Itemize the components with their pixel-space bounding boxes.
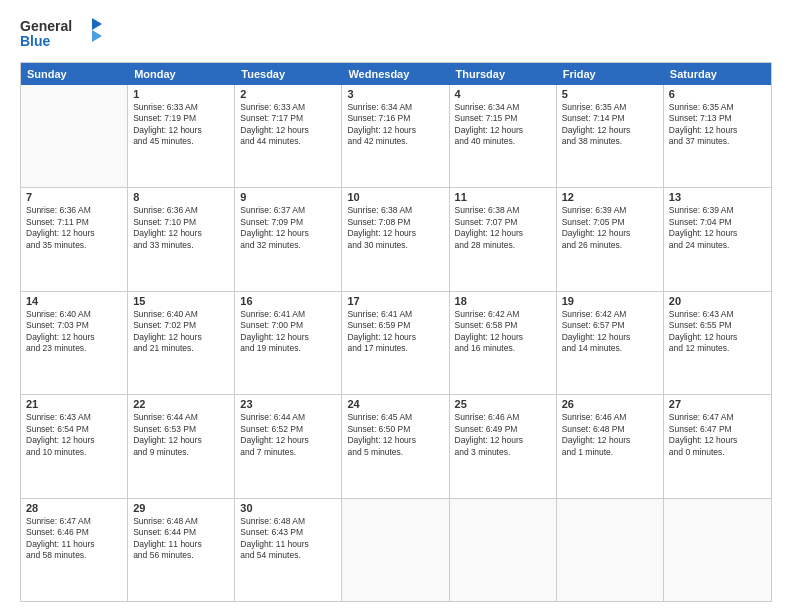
- calendar-day-13: 13Sunrise: 6:39 AM Sunset: 7:04 PM Dayli…: [664, 188, 771, 290]
- day-number: 26: [562, 398, 658, 410]
- day-info: Sunrise: 6:48 AM Sunset: 6:43 PM Dayligh…: [240, 516, 336, 562]
- calendar-day-22: 22Sunrise: 6:44 AM Sunset: 6:53 PM Dayli…: [128, 395, 235, 497]
- day-number: 8: [133, 191, 229, 203]
- calendar-row-2: 14Sunrise: 6:40 AM Sunset: 7:03 PM Dayli…: [21, 292, 771, 395]
- day-info: Sunrise: 6:43 AM Sunset: 6:55 PM Dayligh…: [669, 309, 766, 355]
- svg-marker-2: [92, 18, 102, 30]
- calendar-day-8: 8Sunrise: 6:36 AM Sunset: 7:10 PM Daylig…: [128, 188, 235, 290]
- day-info: Sunrise: 6:33 AM Sunset: 7:17 PM Dayligh…: [240, 102, 336, 148]
- svg-text:Blue: Blue: [20, 33, 51, 49]
- calendar-day-10: 10Sunrise: 6:38 AM Sunset: 7:08 PM Dayli…: [342, 188, 449, 290]
- calendar-empty-cell: [450, 499, 557, 601]
- calendar-day-23: 23Sunrise: 6:44 AM Sunset: 6:52 PM Dayli…: [235, 395, 342, 497]
- day-info: Sunrise: 6:44 AM Sunset: 6:53 PM Dayligh…: [133, 412, 229, 458]
- calendar-day-30: 30Sunrise: 6:48 AM Sunset: 6:43 PM Dayli…: [235, 499, 342, 601]
- day-info: Sunrise: 6:47 AM Sunset: 6:47 PM Dayligh…: [669, 412, 766, 458]
- calendar-row-3: 21Sunrise: 6:43 AM Sunset: 6:54 PM Dayli…: [21, 395, 771, 498]
- calendar-day-19: 19Sunrise: 6:42 AM Sunset: 6:57 PM Dayli…: [557, 292, 664, 394]
- header: General Blue: [20, 16, 772, 52]
- calendar-day-29: 29Sunrise: 6:48 AM Sunset: 6:44 PM Dayli…: [128, 499, 235, 601]
- calendar-day-28: 28Sunrise: 6:47 AM Sunset: 6:46 PM Dayli…: [21, 499, 128, 601]
- day-number: 13: [669, 191, 766, 203]
- day-info: Sunrise: 6:42 AM Sunset: 6:57 PM Dayligh…: [562, 309, 658, 355]
- day-info: Sunrise: 6:35 AM Sunset: 7:14 PM Dayligh…: [562, 102, 658, 148]
- day-number: 4: [455, 88, 551, 100]
- day-info: Sunrise: 6:48 AM Sunset: 6:44 PM Dayligh…: [133, 516, 229, 562]
- day-info: Sunrise: 6:41 AM Sunset: 6:59 PM Dayligh…: [347, 309, 443, 355]
- calendar-day-18: 18Sunrise: 6:42 AM Sunset: 6:58 PM Dayli…: [450, 292, 557, 394]
- day-number: 21: [26, 398, 122, 410]
- logo-svg: General Blue: [20, 16, 110, 52]
- day-number: 22: [133, 398, 229, 410]
- day-info: Sunrise: 6:41 AM Sunset: 7:00 PM Dayligh…: [240, 309, 336, 355]
- calendar-day-17: 17Sunrise: 6:41 AM Sunset: 6:59 PM Dayli…: [342, 292, 449, 394]
- calendar: SundayMondayTuesdayWednesdayThursdayFrid…: [20, 62, 772, 602]
- day-info: Sunrise: 6:37 AM Sunset: 7:09 PM Dayligh…: [240, 205, 336, 251]
- day-number: 25: [455, 398, 551, 410]
- day-number: 16: [240, 295, 336, 307]
- day-info: Sunrise: 6:34 AM Sunset: 7:15 PM Dayligh…: [455, 102, 551, 148]
- day-number: 6: [669, 88, 766, 100]
- day-info: Sunrise: 6:47 AM Sunset: 6:46 PM Dayligh…: [26, 516, 122, 562]
- weekday-header-saturday: Saturday: [664, 63, 771, 85]
- svg-marker-3: [92, 30, 102, 42]
- day-info: Sunrise: 6:40 AM Sunset: 7:02 PM Dayligh…: [133, 309, 229, 355]
- day-info: Sunrise: 6:42 AM Sunset: 6:58 PM Dayligh…: [455, 309, 551, 355]
- day-number: 24: [347, 398, 443, 410]
- page: General Blue SundayMondayTuesdayWednesda…: [0, 0, 792, 612]
- calendar-day-9: 9Sunrise: 6:37 AM Sunset: 7:09 PM Daylig…: [235, 188, 342, 290]
- day-number: 14: [26, 295, 122, 307]
- weekday-header-sunday: Sunday: [21, 63, 128, 85]
- day-number: 17: [347, 295, 443, 307]
- calendar-row-4: 28Sunrise: 6:47 AM Sunset: 6:46 PM Dayli…: [21, 499, 771, 601]
- day-info: Sunrise: 6:44 AM Sunset: 6:52 PM Dayligh…: [240, 412, 336, 458]
- calendar-day-26: 26Sunrise: 6:46 AM Sunset: 6:48 PM Dayli…: [557, 395, 664, 497]
- day-number: 9: [240, 191, 336, 203]
- day-number: 20: [669, 295, 766, 307]
- weekday-header-monday: Monday: [128, 63, 235, 85]
- day-info: Sunrise: 6:43 AM Sunset: 6:54 PM Dayligh…: [26, 412, 122, 458]
- day-number: 11: [455, 191, 551, 203]
- day-info: Sunrise: 6:39 AM Sunset: 7:04 PM Dayligh…: [669, 205, 766, 251]
- day-number: 29: [133, 502, 229, 514]
- day-info: Sunrise: 6:38 AM Sunset: 7:08 PM Dayligh…: [347, 205, 443, 251]
- calendar-day-5: 5Sunrise: 6:35 AM Sunset: 7:14 PM Daylig…: [557, 85, 664, 187]
- day-info: Sunrise: 6:35 AM Sunset: 7:13 PM Dayligh…: [669, 102, 766, 148]
- day-info: Sunrise: 6:40 AM Sunset: 7:03 PM Dayligh…: [26, 309, 122, 355]
- calendar-day-4: 4Sunrise: 6:34 AM Sunset: 7:15 PM Daylig…: [450, 85, 557, 187]
- calendar-day-27: 27Sunrise: 6:47 AM Sunset: 6:47 PM Dayli…: [664, 395, 771, 497]
- calendar-empty-cell: [342, 499, 449, 601]
- day-info: Sunrise: 6:46 AM Sunset: 6:48 PM Dayligh…: [562, 412, 658, 458]
- calendar-day-20: 20Sunrise: 6:43 AM Sunset: 6:55 PM Dayli…: [664, 292, 771, 394]
- day-number: 23: [240, 398, 336, 410]
- calendar-day-14: 14Sunrise: 6:40 AM Sunset: 7:03 PM Dayli…: [21, 292, 128, 394]
- calendar-day-11: 11Sunrise: 6:38 AM Sunset: 7:07 PM Dayli…: [450, 188, 557, 290]
- calendar-row-0: 1Sunrise: 6:33 AM Sunset: 7:19 PM Daylig…: [21, 85, 771, 188]
- calendar-day-6: 6Sunrise: 6:35 AM Sunset: 7:13 PM Daylig…: [664, 85, 771, 187]
- weekday-header-thursday: Thursday: [450, 63, 557, 85]
- svg-text:General: General: [20, 18, 72, 34]
- weekday-header-tuesday: Tuesday: [235, 63, 342, 85]
- calendar-header: SundayMondayTuesdayWednesdayThursdayFrid…: [21, 63, 771, 85]
- day-number: 5: [562, 88, 658, 100]
- weekday-header-friday: Friday: [557, 63, 664, 85]
- calendar-day-3: 3Sunrise: 6:34 AM Sunset: 7:16 PM Daylig…: [342, 85, 449, 187]
- day-number: 12: [562, 191, 658, 203]
- calendar-day-15: 15Sunrise: 6:40 AM Sunset: 7:02 PM Dayli…: [128, 292, 235, 394]
- calendar-day-7: 7Sunrise: 6:36 AM Sunset: 7:11 PM Daylig…: [21, 188, 128, 290]
- calendar-day-25: 25Sunrise: 6:46 AM Sunset: 6:49 PM Dayli…: [450, 395, 557, 497]
- calendar-row-1: 7Sunrise: 6:36 AM Sunset: 7:11 PM Daylig…: [21, 188, 771, 291]
- day-number: 1: [133, 88, 229, 100]
- calendar-day-2: 2Sunrise: 6:33 AM Sunset: 7:17 PM Daylig…: [235, 85, 342, 187]
- calendar-day-21: 21Sunrise: 6:43 AM Sunset: 6:54 PM Dayli…: [21, 395, 128, 497]
- day-info: Sunrise: 6:46 AM Sunset: 6:49 PM Dayligh…: [455, 412, 551, 458]
- day-info: Sunrise: 6:33 AM Sunset: 7:19 PM Dayligh…: [133, 102, 229, 148]
- day-number: 2: [240, 88, 336, 100]
- day-info: Sunrise: 6:36 AM Sunset: 7:11 PM Dayligh…: [26, 205, 122, 251]
- day-number: 15: [133, 295, 229, 307]
- day-number: 7: [26, 191, 122, 203]
- calendar-empty-cell: [557, 499, 664, 601]
- calendar-empty-cell: [664, 499, 771, 601]
- day-info: Sunrise: 6:45 AM Sunset: 6:50 PM Dayligh…: [347, 412, 443, 458]
- day-number: 18: [455, 295, 551, 307]
